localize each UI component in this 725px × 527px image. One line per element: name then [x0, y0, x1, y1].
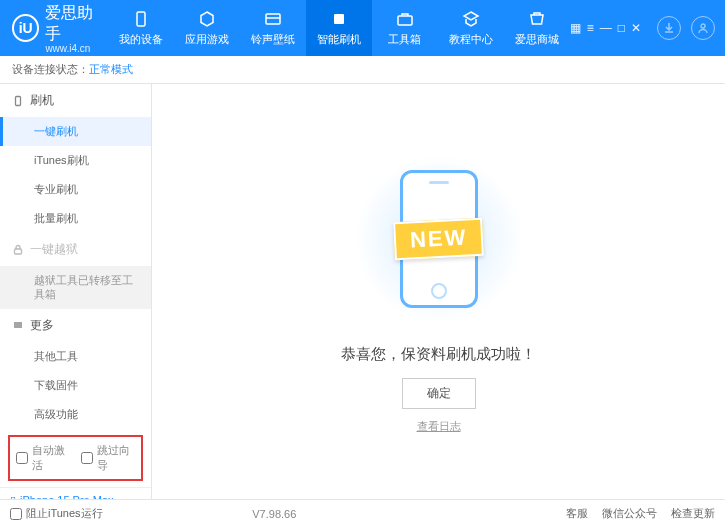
status-bar: 设备连接状态： 正常模式 — [0, 56, 725, 84]
nav-label: 智能刷机 — [317, 32, 361, 47]
nav-icon — [395, 9, 415, 29]
svg-rect-2 — [334, 14, 344, 24]
sidebar-item[interactable]: 其他工具 — [0, 342, 151, 371]
nav-icon — [527, 9, 547, 29]
footer: 阻止iTunes运行 V7.98.66 客服微信公众号检查更新 — [0, 499, 725, 527]
success-message: 恭喜您，保资料刷机成功啦！ — [341, 345, 536, 364]
nav-1[interactable]: 应用游戏 — [174, 0, 240, 56]
status-label: 设备连接状态： — [12, 62, 89, 77]
svg-rect-0 — [137, 12, 145, 26]
nav-label: 铃声壁纸 — [251, 32, 295, 47]
sidebar-section-more[interactable]: 更多 — [0, 309, 151, 342]
section-icon — [12, 244, 24, 256]
main-panel: NEW 恭喜您，保资料刷机成功啦！ 确定 查看日志 — [152, 84, 725, 499]
footer-link[interactable]: 微信公众号 — [602, 506, 657, 521]
footer-link[interactable]: 检查更新 — [671, 506, 715, 521]
svg-rect-6 — [15, 249, 22, 254]
auto-activate-checkbox[interactable]: 自动激活 — [16, 443, 71, 473]
nav-icon — [263, 9, 283, 29]
footer-links: 客服微信公众号检查更新 — [566, 506, 715, 521]
app-logo: iU 爱思助手 www.i4.cn — [0, 3, 108, 54]
sidebar-section-jailbreak[interactable]: 一键越狱 — [0, 233, 151, 266]
svg-rect-1 — [266, 14, 280, 24]
sidebar-item: 越狱工具已转移至工具箱 — [0, 266, 151, 309]
status-value: 正常模式 — [89, 62, 133, 77]
sidebar-item[interactable]: 高级功能 — [0, 400, 151, 429]
nav-5[interactable]: 教程中心 — [438, 0, 504, 56]
view-log-link[interactable]: 查看日志 — [417, 419, 461, 434]
svg-rect-3 — [398, 16, 412, 25]
footer-link[interactable]: 客服 — [566, 506, 588, 521]
svg-rect-5 — [16, 96, 21, 105]
confirm-button[interactable]: 确定 — [402, 378, 476, 409]
nav-4[interactable]: 工具箱 — [372, 0, 438, 56]
gift-icon[interactable]: ▦ — [570, 21, 581, 35]
device-name: iPhone 15 Pro Max — [20, 494, 114, 499]
window-controls: ▦ ≡ — □ ✕ — [570, 21, 641, 35]
nav-3[interactable]: 智能刷机 — [306, 0, 372, 56]
app-url: www.i4.cn — [45, 43, 107, 54]
new-ribbon: NEW — [393, 218, 484, 261]
titlebar: iU 爱思助手 www.i4.cn 我的设备应用游戏铃声壁纸智能刷机工具箱教程中… — [0, 0, 725, 56]
block-itunes-label: 阻止iTunes运行 — [26, 506, 103, 521]
maximize-button[interactable]: □ — [618, 21, 625, 35]
sidebar-item[interactable]: 专业刷机 — [0, 175, 151, 204]
nav-icon — [197, 9, 217, 29]
nav-label: 爱思商城 — [515, 32, 559, 47]
nav-icon — [461, 9, 481, 29]
nav-label: 教程中心 — [449, 32, 493, 47]
nav-2[interactable]: 铃声壁纸 — [240, 0, 306, 56]
minimize-button[interactable]: — — [600, 21, 612, 35]
nav-label: 我的设备 — [119, 32, 163, 47]
nav-label: 工具箱 — [388, 32, 421, 47]
app-name: 爱思助手 — [45, 3, 107, 45]
phone-icon: ▯ — [10, 494, 16, 499]
sidebar-item[interactable]: 批量刷机 — [0, 204, 151, 233]
nav-0[interactable]: 我的设备 — [108, 0, 174, 56]
nav-icon — [329, 9, 349, 29]
skip-setup-checkbox[interactable]: 跳过向导 — [81, 443, 136, 473]
sidebar-item[interactable]: 一键刷机 — [0, 117, 151, 146]
user-icon[interactable] — [691, 16, 715, 40]
svg-point-4 — [701, 24, 705, 28]
nav-icon — [131, 9, 151, 29]
sidebar-item[interactable]: iTunes刷机 — [0, 146, 151, 175]
options-highlight-box: 自动激活 跳过向导 — [8, 435, 143, 481]
nav-label: 应用游戏 — [185, 32, 229, 47]
top-nav: 我的设备应用游戏铃声壁纸智能刷机工具箱教程中心爱思商城 — [108, 0, 570, 56]
sidebar: 刷机一键刷机iTunes刷机专业刷机批量刷机一键越狱越狱工具已转移至工具箱更多其… — [0, 84, 152, 499]
titlebar-right: ▦ ≡ — □ ✕ — [570, 16, 725, 40]
section-icon — [12, 95, 24, 107]
menu-icon[interactable]: ≡ — [587, 21, 594, 35]
success-illustration: NEW — [349, 149, 529, 329]
block-itunes-checkbox[interactable]: 阻止iTunes运行 — [10, 506, 103, 521]
logo-icon: iU — [12, 14, 39, 42]
version-label: V7.98.66 — [252, 508, 296, 520]
nav-6[interactable]: 爱思商城 — [504, 0, 570, 56]
auto-activate-label: 自动激活 — [32, 443, 71, 473]
section-title: 一键越狱 — [30, 241, 78, 258]
download-icon[interactable] — [657, 16, 681, 40]
section-icon — [12, 319, 24, 331]
sidebar-item[interactable]: 下载固件 — [0, 371, 151, 400]
device-info: ▯ iPhone 15 Pro Max 512GB iPhone — [0, 487, 151, 499]
skip-setup-label: 跳过向导 — [97, 443, 136, 473]
sidebar-section-flash[interactable]: 刷机 — [0, 84, 151, 117]
section-title: 更多 — [30, 317, 54, 334]
close-button[interactable]: ✕ — [631, 21, 641, 35]
section-title: 刷机 — [30, 92, 54, 109]
